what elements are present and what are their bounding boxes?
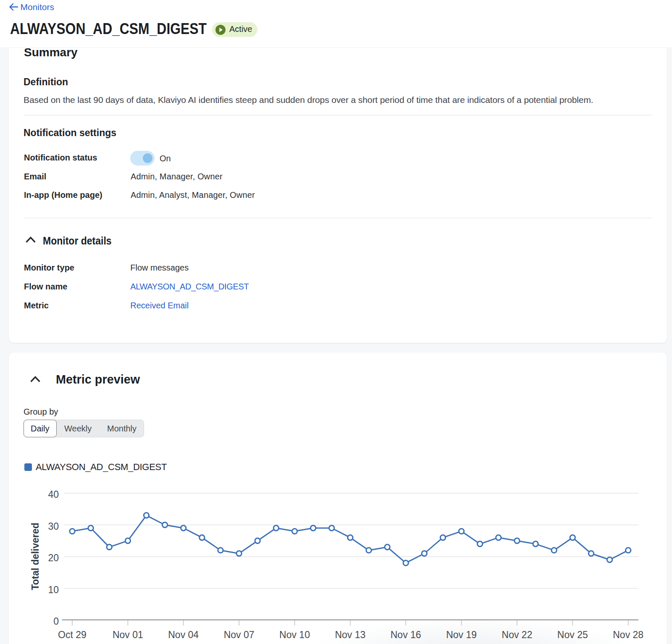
- svg-text:Nov 25: Nov 25: [557, 629, 588, 640]
- svg-text:0: 0: [53, 616, 59, 627]
- svg-text:Nov 04: Nov 04: [168, 629, 199, 640]
- svg-text:Nov 13: Nov 13: [335, 629, 365, 640]
- svg-text:20: 20: [48, 552, 59, 563]
- svg-text:10: 10: [48, 584, 59, 595]
- svg-text:40: 40: [48, 489, 59, 500]
- svg-text:Nov 01: Nov 01: [113, 629, 143, 640]
- svg-text:Nov 28: Nov 28: [613, 629, 643, 640]
- svg-text:Oct 29: Oct 29: [58, 629, 87, 640]
- svg-text:Nov 19: Nov 19: [446, 629, 477, 640]
- svg-text:Nov 22: Nov 22: [502, 629, 533, 640]
- svg-text:Nov 07: Nov 07: [224, 629, 255, 640]
- svg-text:Nov 16: Nov 16: [391, 629, 421, 640]
- svg-text:Nov 10: Nov 10: [279, 629, 310, 640]
- svg-text:Total delivered: Total delivered: [30, 523, 41, 590]
- svg-text:30: 30: [48, 521, 59, 532]
